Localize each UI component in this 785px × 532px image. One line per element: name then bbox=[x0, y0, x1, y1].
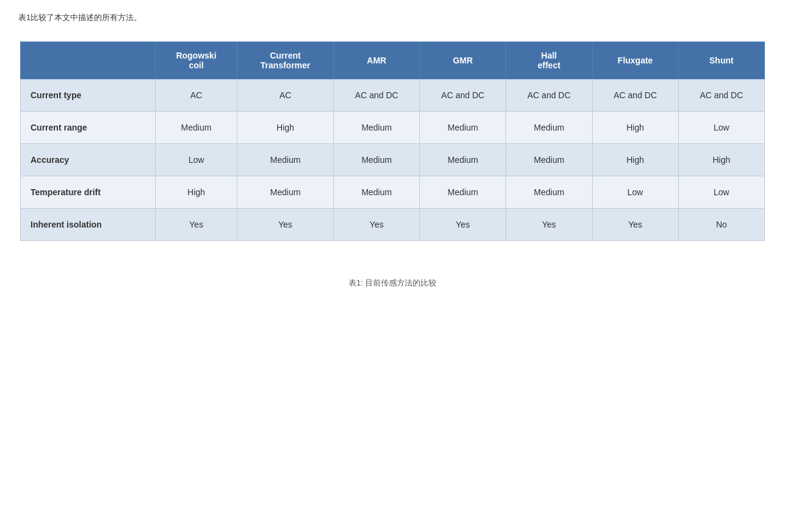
cell-amr: Medium bbox=[333, 176, 419, 209]
table-row: Current rangeMediumHighMediumMediumMediu… bbox=[21, 112, 765, 144]
cell-shunt: High bbox=[678, 144, 764, 176]
cell-amr: Medium bbox=[333, 112, 419, 144]
cell-hall: Medium bbox=[506, 112, 592, 144]
table-wrapper: Rogowskicoil CurrentTransformer AMR GMR … bbox=[20, 41, 765, 289]
cell-fluxgate: Low bbox=[592, 176, 678, 209]
table-caption: 表1: 目前传感方法的比较 bbox=[20, 278, 765, 289]
cell-amr: Medium bbox=[333, 144, 419, 176]
cell-rogowski: Yes bbox=[155, 209, 237, 241]
cell-gmr: Yes bbox=[420, 209, 506, 241]
cell-gmr: AC and DC bbox=[420, 79, 506, 112]
row-label: Current type bbox=[21, 79, 156, 112]
row-label: Temperature drift bbox=[21, 176, 156, 209]
table-row: AccuracyLowMediumMediumMediumMediumHighH… bbox=[21, 144, 765, 176]
cell-fluxgate: High bbox=[592, 144, 678, 176]
col-header-shunt: Shunt bbox=[678, 42, 764, 79]
cell-rogowski: Medium bbox=[155, 112, 237, 144]
cell-ct: Yes bbox=[237, 209, 333, 241]
table-row: Temperature driftHighMediumMediumMediumM… bbox=[21, 176, 765, 209]
cell-gmr: Medium bbox=[420, 176, 506, 209]
col-header-rogowski: Rogowskicoil bbox=[155, 42, 237, 79]
cell-hall: Medium bbox=[506, 176, 592, 209]
col-header-empty bbox=[21, 42, 156, 79]
col-header-hall: Halleffect bbox=[506, 42, 592, 79]
cell-rogowski: Low bbox=[155, 144, 237, 176]
row-label: Inherent isolation bbox=[21, 209, 156, 241]
col-header-amr: AMR bbox=[333, 42, 419, 79]
col-header-gmr: GMR bbox=[420, 42, 506, 79]
cell-ct: High bbox=[237, 112, 333, 144]
cell-gmr: Medium bbox=[420, 112, 506, 144]
cell-amr: Yes bbox=[333, 209, 419, 241]
table-row: Inherent isolationYesYesYesYesYesYesNo bbox=[21, 209, 765, 241]
cell-amr: AC and DC bbox=[333, 79, 419, 112]
cell-rogowski: High bbox=[155, 176, 237, 209]
cell-fluxgate: Yes bbox=[592, 209, 678, 241]
cell-shunt: Low bbox=[678, 112, 764, 144]
cell-hall: Yes bbox=[506, 209, 592, 241]
intro-text: 表1比较了本文中描述的所有方法。 bbox=[18, 12, 767, 23]
cell-ct: Medium bbox=[237, 176, 333, 209]
row-label: Current range bbox=[21, 112, 156, 144]
table-header-row: Rogowskicoil CurrentTransformer AMR GMR … bbox=[21, 42, 765, 79]
col-header-ct: CurrentTransformer bbox=[237, 42, 333, 79]
cell-fluxgate: High bbox=[592, 112, 678, 144]
col-header-fluxgate: Fluxgate bbox=[592, 42, 678, 79]
cell-shunt: Low bbox=[678, 176, 764, 209]
row-label: Accuracy bbox=[21, 144, 156, 176]
cell-ct: AC bbox=[237, 79, 333, 112]
table-row: Current typeACACAC and DCAC and DCAC and… bbox=[21, 79, 765, 112]
cell-fluxgate: AC and DC bbox=[592, 79, 678, 112]
comparison-table: Rogowskicoil CurrentTransformer AMR GMR … bbox=[20, 41, 765, 241]
cell-hall: Medium bbox=[506, 144, 592, 176]
cell-shunt: No bbox=[678, 209, 764, 241]
cell-shunt: AC and DC bbox=[678, 79, 764, 112]
cell-ct: Medium bbox=[237, 144, 333, 176]
cell-hall: AC and DC bbox=[506, 79, 592, 112]
cell-rogowski: AC bbox=[155, 79, 237, 112]
cell-gmr: Medium bbox=[420, 144, 506, 176]
